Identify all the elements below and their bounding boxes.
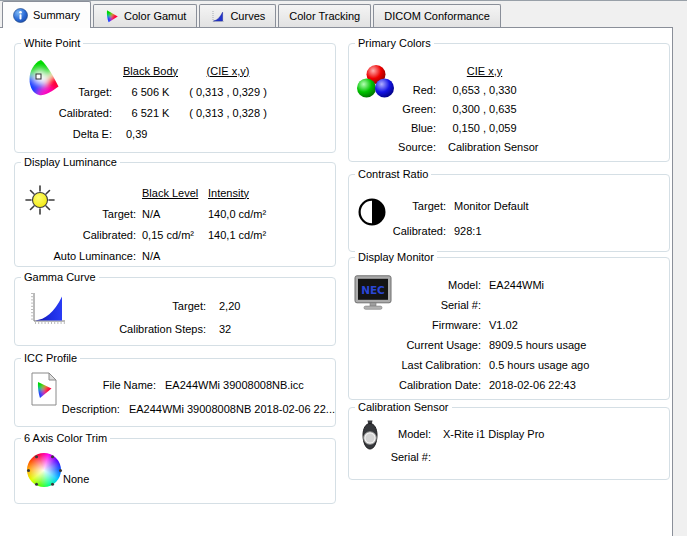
gamma-target-value: 2,20 <box>212 300 240 312</box>
tab-color-gamut[interactable]: Color Gamut <box>93 4 197 27</box>
col-header-black-level: Black Level <box>142 187 208 199</box>
calibrated-cie: ( 0,313 , 0,328 ) <box>183 107 273 119</box>
target-black-level: N/A <box>142 208 208 220</box>
row-label: Target: <box>349 200 452 212</box>
curve-icon <box>210 9 225 24</box>
row-label: Serial #: <box>349 299 487 311</box>
blue-cie-value: 0,150 , 0,059 <box>442 122 527 134</box>
table-row: File Name: EA244WMi 39008008NB.icc <box>15 373 335 397</box>
monitor-last-calibration-value: 0.5 hours usage ago <box>487 359 589 371</box>
green-cie-value: 0,300 , 0,635 <box>442 103 527 115</box>
table-row: Calibrated: 928:1 <box>349 218 669 243</box>
calibration-sensor-table: Model: X-Rite i1 Display Pro Serial #: <box>349 422 669 468</box>
tab-label: Summary <box>33 9 80 21</box>
tab-label: DICOM Conformance <box>384 10 490 22</box>
row-label: Target: <box>15 300 212 312</box>
group-white-point: White Point Black Body (CIE x,y) Target:… <box>14 43 336 153</box>
table-row: Firmware: V1.02 <box>349 315 669 335</box>
group-contrast-ratio: Contrast Ratio Target: Monitor Default C… <box>348 174 670 252</box>
summary-tab-panel: White Point Black Body (CIE x,y) Target:… <box>0 27 673 536</box>
table-row: Calibration Steps: 32 <box>15 317 335 340</box>
target-intensity: 140,0 cd/m² <box>208 208 266 220</box>
group-icc-profile: ICC Profile File Name: EA244WMi 39008008… <box>14 358 336 427</box>
row-label: Current Usage: <box>349 339 487 351</box>
table-row: Target: Monitor Default <box>349 193 669 218</box>
row-label: Last Calibration: <box>349 359 487 371</box>
calibration-app-window: Summary Color Gamut Curves Color Trackin… <box>0 0 687 536</box>
group-title-contrast-ratio: Contrast Ratio <box>355 167 431 181</box>
table-row: Serial #: <box>349 295 669 315</box>
group-primary-colors: Primary Colors CIE x,y Red: 0,653 , 0,33… <box>348 43 670 162</box>
calibrated-intensity: 140,1 cd/m² <box>208 229 266 241</box>
table-row: Auto Luminance: N/A <box>15 245 335 266</box>
tab-curves[interactable]: Curves <box>199 4 276 27</box>
primary-colors-table: CIE x,y Red: 0,653 , 0,330 Green: 0,300 … <box>349 61 669 156</box>
gamut-icon <box>104 9 119 24</box>
table-row: Current Usage: 8909.5 hours usage <box>349 335 669 355</box>
row-label: Model: <box>349 428 437 440</box>
icc-description: EA244WMi 39008008NB 2018-02-06 22... <box>126 403 335 415</box>
col-header-black-body: Black Body <box>118 65 183 77</box>
table-row: Calibration Date: 2018-02-06 22:43 <box>349 375 669 395</box>
table-row: Model: X-Rite i1 Display Pro <box>349 422 669 445</box>
tab-color-tracking[interactable]: Color Tracking <box>278 4 371 27</box>
table-row: Calibrated: 0,15 cd/m² 140,1 cd/m² <box>15 224 335 245</box>
calibrated-black-level: 0,15 cd/m² <box>142 229 208 241</box>
row-label: Calibrated: <box>15 107 118 119</box>
color-wheel-icon <box>27 453 61 487</box>
six-axis-value: None <box>63 473 89 485</box>
calibrated-black-body: 6 521 K <box>118 107 183 119</box>
table-row: Target: 6 506 K ( 0,313 , 0,329 ) <box>15 81 335 102</box>
group-title-calibration-sensor: Calibration Sensor <box>355 400 452 414</box>
group-title-display-monitor: Display Monitor <box>355 250 437 264</box>
table-row: Source: Calibration Sensor <box>349 137 669 156</box>
row-label: Target: <box>15 208 142 220</box>
sensor-model-value: X-Rite i1 Display Pro <box>437 428 544 440</box>
table-row: Red: 0,653 , 0,330 <box>349 80 669 99</box>
table-row: Blue: 0,150 , 0,059 <box>349 118 669 137</box>
tab-label: Color Gamut <box>124 10 186 22</box>
row-label: Calibration Date: <box>349 379 487 391</box>
col-header-cie-xy: (CIE x,y) <box>183 65 273 77</box>
target-black-body: 6 506 K <box>118 86 183 98</box>
row-label: Description: <box>15 403 126 415</box>
delta-e-value: 0,39 <box>118 128 147 140</box>
display-monitor-table: Model: EA244WMi Serial #: Firmware: V1.0… <box>349 275 669 395</box>
table-row: Target: N/A 140,0 cd/m² <box>15 203 335 224</box>
auto-luminance-value: N/A <box>142 250 208 262</box>
source-label: Source: <box>349 141 442 153</box>
row-label: Calibration Steps: <box>15 323 212 335</box>
table-header-row: CIE x,y <box>349 61 669 80</box>
target-cie: ( 0,313 , 0,329 ) <box>183 86 273 98</box>
contrast-target-value: Monitor Default <box>452 200 529 212</box>
gamma-curve-table: Target: 2,20 Calibration Steps: 32 <box>15 294 335 340</box>
group-gamma-curve: Gamma Curve Target: 2,20 Calibration Ste… <box>14 277 336 346</box>
col-header-intensity: Intensity <box>208 187 249 199</box>
table-row: Delta E: 0,39 <box>15 123 335 144</box>
table-row: Calibrated: 6 521 K ( 0,313 , 0,328 ) <box>15 102 335 123</box>
tab-summary[interactable]: Summary <box>2 1 91 28</box>
table-header-row: Black Level Intensity <box>15 182 335 203</box>
row-label: Red: <box>349 84 442 96</box>
delta-e-label: Delta E: <box>15 128 118 140</box>
group-title-primary-colors: Primary Colors <box>355 36 434 50</box>
red-cie-value: 0,653 , 0,330 <box>442 84 527 96</box>
trim-axis-dots <box>43 469 46 472</box>
tab-dicom-conformance[interactable]: DICOM Conformance <box>373 4 501 27</box>
col-header-cie-xy: CIE x,y <box>442 65 527 77</box>
monitor-calibration-date-value: 2018-02-06 22:43 <box>487 379 576 391</box>
source-value: Calibration Sensor <box>442 141 539 153</box>
row-label: Target: <box>15 86 118 98</box>
row-label: File Name: <box>15 379 162 391</box>
table-row: Model: EA244WMi <box>349 275 669 295</box>
row-label: Calibrated: <box>15 229 142 241</box>
group-calibration-sensor: Calibration Sensor Model: X-Rite i1 Disp… <box>348 407 670 480</box>
table-row: Target: 2,20 <box>15 294 335 317</box>
group-title-icc-profile: ICC Profile <box>21 351 80 365</box>
calibration-steps-value: 32 <box>212 323 231 335</box>
table-row: Description: EA244WMi 39008008NB 2018-02… <box>15 397 335 421</box>
row-label: Blue: <box>349 122 442 134</box>
tab-bar: Summary Color Gamut Curves Color Trackin… <box>2 0 503 28</box>
group-display-luminance: Display Luminance Black Level Intensity … <box>14 162 336 267</box>
row-label: Calibrated: <box>349 225 452 237</box>
